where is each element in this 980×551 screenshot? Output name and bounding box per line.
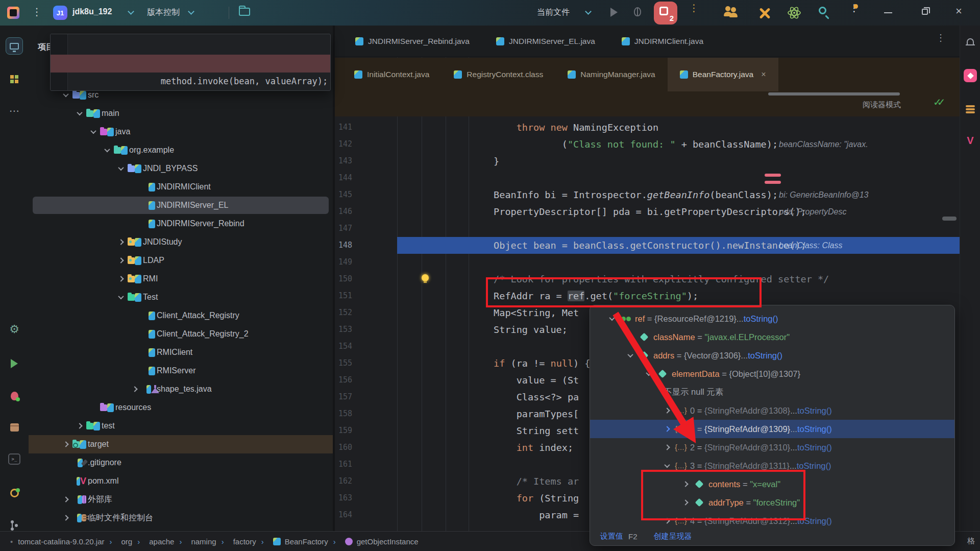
variable-row[interactable]: 不显示 null 元素 = <box>590 383 954 401</box>
variable-row[interactable]: 2 = {StringRefAddr@1310} ... toString() <box>590 438 954 457</box>
line-number[interactable]: 157 <box>335 389 352 405</box>
breadcrumb-item[interactable]: › BeanFactory <box>261 537 328 546</box>
tree-row[interactable]: pom.xml <box>29 472 333 490</box>
variable-chevron-icon[interactable] <box>624 353 637 357</box>
tree-chevron-icon[interactable] <box>59 93 72 97</box>
tree-row[interactable]: resources <box>29 398 333 417</box>
tree-chevron-icon[interactable] <box>114 258 128 262</box>
tostring-link[interactable]: toString() <box>744 314 778 324</box>
reader-mode-label[interactable]: 阅读器模式 <box>863 100 901 110</box>
line-number[interactable]: 150 <box>335 271 352 288</box>
line-number[interactable]: 160 <box>335 439 352 456</box>
chevron-down-icon[interactable] <box>128 8 134 15</box>
editor-tab[interactable]: BeanFactory.java × <box>668 58 778 91</box>
tree-chevron-icon[interactable] <box>128 332 141 336</box>
vcs-widget[interactable]: 版本控制 <box>147 7 180 18</box>
line-number[interactable]: 164 <box>335 507 352 523</box>
code-line[interactable]: 142 ("Class not found: " + beanClassName… <box>335 136 960 153</box>
terminal-icon[interactable]: >_ <box>6 450 23 468</box>
line-number[interactable]: 148 <box>335 237 352 254</box>
breadcrumb-item[interactable]: › getObjectInstance <box>333 537 419 546</box>
main-menu-icon[interactable]: ⋮ <box>32 6 42 18</box>
variable-chevron-icon[interactable] <box>660 427 674 431</box>
editor-tab[interactable]: JNDIRMIServer_EL.java <box>483 26 608 57</box>
more-run-actions-icon[interactable]: ⋮ <box>689 6 699 10</box>
variable-row[interactable]: elementData = {Object[10]@1307} <box>590 365 954 383</box>
tree-chevron-icon[interactable] <box>128 350 141 354</box>
database-icon[interactable] <box>964 103 977 116</box>
line-number[interactable]: 154 <box>335 338 352 355</box>
tree-row[interactable]: JNDIStudy <box>29 233 333 251</box>
tree-row[interactable]: Test <box>29 288 333 306</box>
line-number[interactable]: 144 <box>335 170 352 186</box>
code-line[interactable]: 143 } <box>335 153 960 170</box>
tree-chevron-icon[interactable] <box>59 442 72 446</box>
tree-chevron-icon[interactable] <box>114 277 128 281</box>
line-number[interactable]: 147 <box>335 220 352 237</box>
tree-row[interactable]: JNDIRMIClient <box>29 178 333 196</box>
tree-chevron-icon[interactable] <box>86 130 100 134</box>
breadcrumb-item[interactable]: › factory <box>222 537 256 546</box>
line-number[interactable]: 156 <box>335 372 352 389</box>
more-tool-windows-icon[interactable]: ⋯ <box>6 102 23 119</box>
line-number[interactable]: 149 <box>335 254 352 271</box>
line-number[interactable]: 151 <box>335 288 352 304</box>
tostring-link[interactable]: toString() <box>797 424 832 434</box>
services-run-icon[interactable] <box>6 355 23 372</box>
tostring-link[interactable]: toString() <box>748 351 782 361</box>
code-with-me-icon[interactable] <box>724 6 740 19</box>
restore-button[interactable] <box>922 9 928 15</box>
tree-chevron-icon[interactable] <box>86 405 100 410</box>
breadcrumb-item[interactable]: › apache <box>137 537 174 546</box>
notifications-alarm-icon[interactable] <box>6 484 23 501</box>
tree-row[interactable]: Client_Attack_Registry <box>29 306 333 325</box>
breadcrumb-item[interactable]: › naming <box>179 537 216 546</box>
tree-row[interactable]: LDAP <box>29 251 333 270</box>
editor-tab[interactable]: JNDIRMIClient.java <box>608 26 717 57</box>
tree-chevron-icon[interactable] <box>128 369 141 373</box>
line-number[interactable]: 142 <box>335 136 352 153</box>
line-number[interactable]: 146 <box>335 203 352 220</box>
code-line[interactable]: 146 PropertyDescriptor[] pda = bi.getPro… <box>335 203 960 220</box>
tree-chevron-icon[interactable] <box>128 222 141 226</box>
tree-row[interactable]: JNDI_BYPASS <box>29 159 333 178</box>
variable-chevron-icon[interactable] <box>660 445 674 449</box>
build-icon[interactable] <box>6 419 23 436</box>
tab-close-icon[interactable]: × <box>761 70 766 79</box>
ai-assistant-icon[interactable] <box>964 69 977 82</box>
scrollbar-thumb[interactable] <box>942 217 957 221</box>
editor-tab[interactable]: JNDIRMIServer_Rebind.java <box>342 26 483 57</box>
tree-chevron-icon[interactable] <box>128 185 141 189</box>
tostring-link[interactable]: toString() <box>797 406 832 416</box>
tostring-link[interactable]: toString() <box>797 461 831 471</box>
line-number[interactable]: 153 <box>335 321 352 338</box>
panel-divider[interactable] <box>333 26 335 531</box>
tree-row[interactable]: RMIServer <box>29 362 333 380</box>
run-button[interactable] <box>610 8 618 17</box>
create-renderer-link[interactable]: 创建呈现器 <box>654 532 692 541</box>
tree-chevron-icon[interactable] <box>128 387 141 391</box>
breadcrumb-item[interactable]: tomcat-catalina-9.0.20.jar <box>18 537 104 546</box>
breadcrumb-item[interactable]: › org <box>110 537 133 546</box>
variable-chevron-icon[interactable] <box>660 409 674 413</box>
line-number[interactable]: 143 <box>335 153 352 170</box>
plugins-grid-icon[interactable] <box>6 70 23 88</box>
line-number[interactable]: 161 <box>335 456 352 473</box>
line-number[interactable]: 152 <box>335 304 352 321</box>
problems-bug-icon[interactable] <box>6 387 23 404</box>
line-number[interactable]: 162 <box>335 473 352 490</box>
tree-chevron-icon[interactable] <box>128 203 141 207</box>
variable-row[interactable]: ref = {ResourceRef@1219} ... toString() <box>590 309 954 328</box>
variable-row[interactable]: 1 = {StringRefAddr@1309} ... toString() <box>590 420 954 438</box>
maven-v-icon[interactable]: V <box>964 134 977 147</box>
tree-row[interactable]: java <box>29 123 333 141</box>
open-folder-icon[interactable] <box>239 8 250 16</box>
tab-scrollbar-thumb[interactable] <box>768 92 900 95</box>
tree-row[interactable]: 临时文件和控制台 <box>29 509 333 527</box>
tree-chevron-icon[interactable] <box>114 295 128 299</box>
tree-row[interactable]: test <box>29 417 333 435</box>
code-line[interactable]: 149 <box>335 254 960 271</box>
set-value-link[interactable]: 设置值 <box>600 532 623 541</box>
line-number[interactable]: 145 <box>335 186 352 203</box>
minimize-button[interactable] <box>884 12 892 13</box>
